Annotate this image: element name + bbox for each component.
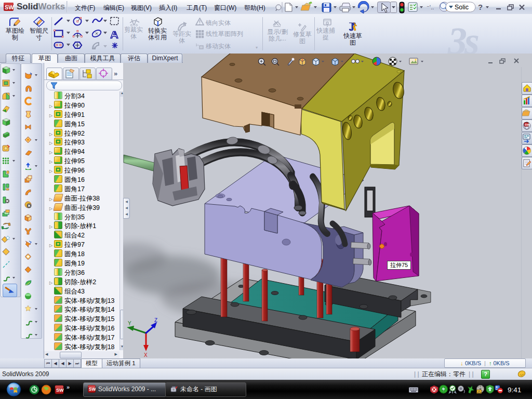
svg-text:»: » (66, 384, 70, 390)
svg-text:SW: SW (5, 4, 14, 10)
svg-text:⁻ʻ..: ⁻ʻ.. (427, 4, 434, 10)
svg-text:Z: Z (154, 317, 157, 323)
svg-text:SW: SW (89, 387, 96, 392)
svg-text:?: ? (478, 3, 483, 11)
svg-text:Solic: Solic (455, 4, 469, 11)
svg-text:X: X (144, 352, 148, 358)
svg-text:Y: Y (128, 321, 131, 326)
svg-text:SW: SW (525, 123, 530, 126)
svg-text:SW: SW (56, 388, 64, 393)
